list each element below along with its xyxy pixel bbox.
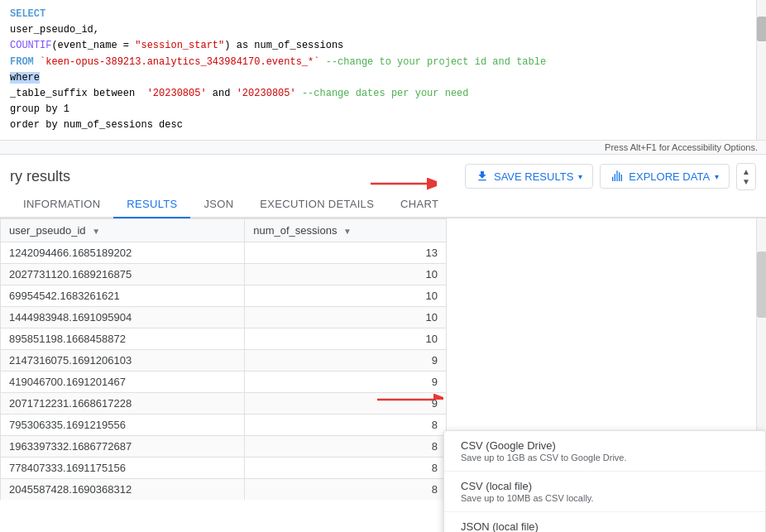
cell-num-sessions: 10 bbox=[245, 264, 447, 285]
table-row: 1963397332.16867726878 bbox=[1, 436, 447, 458]
table-body: 1242094466.1685189202132027731120.168921… bbox=[1, 242, 447, 501]
tab-results[interactable]: RESULTS bbox=[113, 191, 190, 218]
code-line-7: group by 1 bbox=[10, 102, 756, 117]
cell-user-pseudo-id: 2071712231.1668617228 bbox=[1, 393, 245, 415]
table-row: 1242094466.168518920213 bbox=[1, 242, 447, 264]
cell-user-pseudo-id: 895851198.1668458872 bbox=[1, 328, 245, 350]
cell-num-sessions: 8 bbox=[245, 436, 447, 458]
results-table: user_pseudo_id ▼ num_of_sessions ▼ 12420… bbox=[0, 218, 447, 500]
col-user-pseudo-id[interactable]: user_pseudo_id ▼ bbox=[1, 219, 245, 242]
cell-num-sessions: 8 bbox=[245, 479, 447, 501]
dropdown-item-json-local-file[interactable]: JSON (local file)Save up to 10MB as JSON… bbox=[444, 512, 765, 532]
code-line-3: COUNTIF(event_name = "session_start") as… bbox=[10, 38, 756, 54]
cell-user-pseudo-id: 778407333.1691175156 bbox=[1, 458, 245, 479]
code-line-2: user_pseudo_id, bbox=[10, 22, 756, 38]
table-row: 419046700.16912014679 bbox=[1, 371, 447, 393]
dropdown-item-title: JSON (local file) bbox=[461, 520, 749, 532]
col-num-of-sessions[interactable]: num_of_sessions ▼ bbox=[245, 219, 447, 242]
code-line-5: where bbox=[10, 70, 756, 86]
cell-user-pseudo-id: 69954542.1683261621 bbox=[1, 285, 245, 307]
code-line-1: SELECT bbox=[10, 7, 756, 22]
dropdown-item-csv-google-drive[interactable]: CSV (Google Drive)Save up to 1GB as CSV … bbox=[444, 431, 765, 472]
dropdown-item-title: CSV (Google Drive) bbox=[461, 439, 749, 452]
cell-num-sessions: 10 bbox=[245, 285, 447, 307]
cell-user-pseudo-id: 419046700.1691201467 bbox=[1, 371, 245, 393]
results-table-container[interactable]: user_pseudo_id ▼ num_of_sessions ▼ 12420… bbox=[0, 218, 447, 500]
editor-scrollbar-thumb[interactable] bbox=[757, 17, 766, 41]
cell-num-sessions: 9 bbox=[245, 350, 447, 371]
results-header: ry results SAVE RESULTS ▾ EXPLORE DATA ▾… bbox=[0, 155, 766, 191]
save-results-button[interactable]: SAVE RESULTS ▾ bbox=[465, 164, 593, 189]
table-row: 69954542.168326162110 bbox=[1, 285, 447, 307]
cell-num-sessions: 9 bbox=[245, 371, 447, 393]
explore-data-button[interactable]: EXPLORE DATA ▾ bbox=[600, 164, 730, 189]
cell-num-sessions: 8 bbox=[245, 415, 447, 436]
table-row: 2147316075.16912061039 bbox=[1, 350, 447, 371]
save-results-label: SAVE RESULTS bbox=[494, 170, 573, 183]
cell-user-pseudo-id: 1444983948.1691095904 bbox=[1, 307, 245, 328]
accessibility-text: Press Alt+F1 for Accessibility Options. bbox=[605, 142, 758, 152]
code-editor[interactable]: SELECT user_pseudo_id, COUNTIF(event_nam… bbox=[0, 0, 766, 141]
editor-scrollbar[interactable] bbox=[756, 0, 766, 141]
dropdown-item-desc: Save up to 1GB as CSV to Google Drive. bbox=[461, 453, 749, 463]
explore-data-chevron: ▾ bbox=[715, 172, 719, 181]
table-row: 2045587428.16903683128 bbox=[1, 479, 447, 501]
table-row: 795306335.16912195568 bbox=[1, 415, 447, 436]
cell-num-sessions: 9 bbox=[245, 393, 447, 415]
cell-num-sessions: 8 bbox=[245, 458, 447, 479]
dropdown-item-csv-local-file[interactable]: CSV (local file)Save up to 10MB as CSV l… bbox=[444, 472, 765, 512]
table-header-row: user_pseudo_id ▼ num_of_sessions ▼ bbox=[1, 219, 447, 242]
download-icon bbox=[476, 170, 489, 183]
explore-data-label: EXPLORE DATA bbox=[629, 170, 710, 183]
cell-user-pseudo-id: 1242094466.1685189202 bbox=[1, 242, 245, 264]
tab-information[interactable]: INFORMATION bbox=[10, 191, 113, 218]
main-content: user_pseudo_id ▼ num_of_sessions ▼ 12420… bbox=[0, 218, 766, 500]
save-results-dropdown: CSV (Google Drive)Save up to 1GB as CSV … bbox=[443, 430, 766, 532]
results-title: ry results bbox=[10, 168, 70, 185]
chart-icon bbox=[610, 170, 624, 183]
cell-num-sessions: 10 bbox=[245, 307, 447, 328]
cell-num-sessions: 13 bbox=[245, 242, 447, 264]
code-line-8: order by num_of_sessions desc bbox=[10, 117, 756, 133]
cell-user-pseudo-id: 795306335.1691219556 bbox=[1, 415, 245, 436]
cell-user-pseudo-id: 2147316075.1691206103 bbox=[1, 350, 245, 371]
up-down-button[interactable]: ▲ ▼ bbox=[736, 163, 756, 190]
dropdown-item-desc: Save up to 10MB as CSV locally. bbox=[461, 493, 749, 503]
code-line-4: FROM `keen-opus-389213.analytics_3439841… bbox=[10, 55, 756, 70]
cell-user-pseudo-id: 2027731120.1689216875 bbox=[1, 264, 245, 285]
accessibility-bar: Press Alt+F1 for Accessibility Options. bbox=[0, 141, 766, 155]
page-scrollbar-thumb[interactable] bbox=[757, 252, 766, 318]
table-row: 1444983948.169109590410 bbox=[1, 307, 447, 328]
code-line-6: _table_suffix between '20230805' and '20… bbox=[10, 86, 756, 102]
table-row: 895851198.166845887210 bbox=[1, 328, 447, 350]
cell-user-pseudo-id: 2045587428.1690368312 bbox=[1, 479, 245, 501]
header-buttons: SAVE RESULTS ▾ EXPLORE DATA ▾ ▲ ▼ bbox=[465, 163, 756, 190]
table-row: 778407333.16911751568 bbox=[1, 458, 447, 479]
tab-execution-details[interactable]: EXECUTION DETAILS bbox=[247, 191, 387, 218]
cell-num-sessions: 10 bbox=[245, 328, 447, 350]
tabs-bar: INFORMATION RESULTS JSON EXECUTION DETAI… bbox=[0, 191, 766, 218]
tab-chart[interactable]: CHART bbox=[387, 191, 452, 218]
table-row: 2071712231.16686172289 bbox=[1, 393, 447, 415]
tab-json[interactable]: JSON bbox=[190, 191, 247, 218]
table-row: 2027731120.168921687510 bbox=[1, 264, 447, 285]
save-results-chevron: ▾ bbox=[578, 172, 582, 181]
dropdown-item-title: CSV (local file) bbox=[461, 480, 749, 492]
cell-user-pseudo-id: 1963397332.1686772687 bbox=[1, 436, 245, 458]
